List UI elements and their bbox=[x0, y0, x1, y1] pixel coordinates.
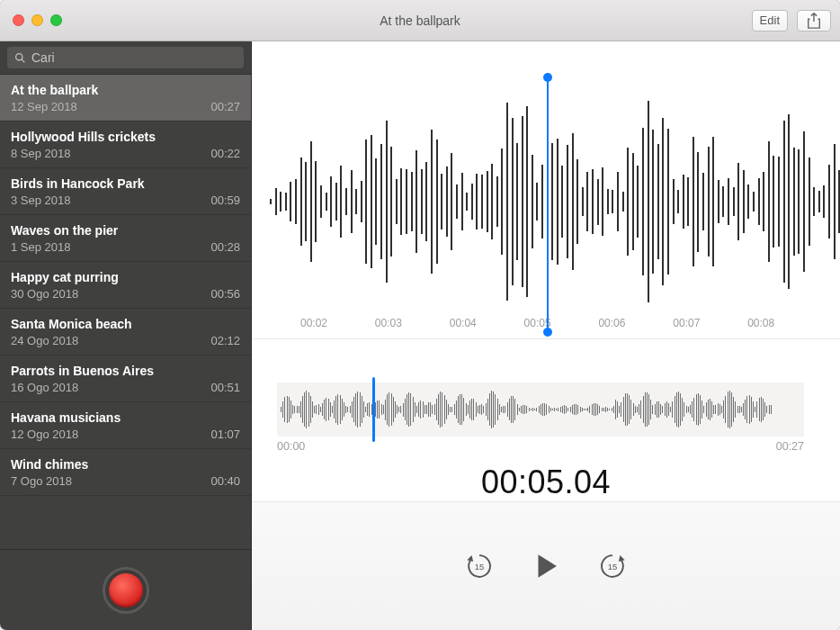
recording-title: Havana musicians bbox=[11, 410, 240, 425]
skip-forward-icon: 15 bbox=[597, 551, 628, 581]
minimize-window-button[interactable] bbox=[31, 14, 43, 26]
recording-date: 7 Ogo 2018 bbox=[11, 474, 72, 488]
ruler-tick: 00:08 bbox=[747, 317, 822, 329]
recording-date: 30 Ogo 2018 bbox=[11, 287, 78, 301]
recording-title: Birds in Hancock Park bbox=[11, 176, 240, 191]
list-item[interactable]: Parrots in Buenos Aires16 Ogo 201800:51 bbox=[0, 356, 251, 402]
playback-controls: 15 15 bbox=[252, 501, 840, 630]
window-title: At the ballpark bbox=[0, 14, 840, 28]
current-time-display: 00:05.04 bbox=[252, 447, 840, 501]
svg-text:15: 15 bbox=[608, 562, 617, 572]
recording-date: 16 Ogo 2018 bbox=[11, 381, 78, 394]
ruler-tick: 00:02 bbox=[300, 317, 375, 329]
recording-title: Santa Monica beach bbox=[11, 317, 240, 331]
recording-title: At the ballpark bbox=[11, 83, 240, 97]
editor-panel: 00:0200:0300:0400:0500:0600:0700:08 00:0… bbox=[252, 41, 840, 630]
recording-date: 12 Ogo 2018 bbox=[11, 428, 78, 441]
share-button[interactable] bbox=[797, 10, 831, 32]
recording-duration: 00:27 bbox=[210, 100, 240, 113]
recording-date: 12 Sep 2018 bbox=[11, 100, 77, 113]
share-icon bbox=[807, 13, 821, 29]
recording-title: Happy cat purring bbox=[11, 270, 240, 284]
recording-duration: 00:22 bbox=[210, 147, 240, 160]
recording-duration: 00:40 bbox=[210, 474, 240, 488]
playhead[interactable] bbox=[547, 77, 549, 332]
recording-title: Waves on the pier bbox=[11, 223, 240, 238]
recording-title: Wind chimes bbox=[11, 457, 240, 472]
waveform-overview-section: 00:00 00:27 bbox=[252, 339, 840, 447]
app-window: At the ballpark Edit Cari bbox=[0, 0, 840, 630]
search-placeholder: Cari bbox=[31, 50, 55, 65]
record-button[interactable] bbox=[103, 567, 149, 614]
play-icon bbox=[531, 551, 561, 581]
search-container: Cari bbox=[0, 41, 251, 75]
svg-text:15: 15 bbox=[475, 562, 484, 572]
recording-date: 3 Sep 2018 bbox=[11, 194, 71, 207]
record-icon bbox=[109, 573, 143, 608]
sidebar: Cari At the ballpark12 Sep 201800:27Holl… bbox=[0, 41, 252, 630]
recording-duration: 01:07 bbox=[210, 428, 240, 441]
close-window-button[interactable] bbox=[13, 14, 24, 26]
overview-playhead[interactable] bbox=[372, 377, 375, 442]
recording-duration: 00:59 bbox=[210, 194, 240, 207]
recording-title: Parrots in Buenos Aires bbox=[11, 364, 240, 378]
recording-list[interactable]: At the ballpark12 Sep 201800:27Hollywood… bbox=[0, 75, 251, 549]
skip-back-icon: 15 bbox=[464, 551, 495, 581]
ruler-tick: 00:04 bbox=[450, 317, 524, 329]
list-item[interactable]: Hollywood Hills crickets8 Sep 201800:22 bbox=[0, 122, 251, 168]
recording-date: 8 Sep 2018 bbox=[11, 147, 71, 160]
recording-title: Hollywood Hills crickets bbox=[11, 130, 240, 144]
recording-duration: 02:12 bbox=[210, 334, 240, 347]
list-item[interactable]: Santa Monica beach24 Ogo 201802:12 bbox=[0, 309, 251, 356]
waveform-overview[interactable] bbox=[277, 382, 804, 436]
recording-date: 24 Ogo 2018 bbox=[11, 334, 78, 347]
zoom-window-button[interactable] bbox=[50, 14, 62, 26]
list-item[interactable]: Havana musicians12 Ogo 201801:07 bbox=[0, 402, 251, 449]
recording-duration: 00:28 bbox=[210, 240, 240, 254]
list-item[interactable]: Birds in Hancock Park3 Sep 201800:59 bbox=[0, 168, 251, 215]
search-icon bbox=[14, 52, 26, 64]
svg-point-0 bbox=[16, 53, 22, 59]
list-item[interactable]: Wind chimes7 Ogo 201800:40 bbox=[0, 449, 251, 496]
recording-duration: 00:56 bbox=[210, 287, 240, 301]
window-controls bbox=[13, 14, 62, 26]
ruler-tick: 00:06 bbox=[598, 317, 673, 329]
list-item[interactable]: At the ballpark12 Sep 201800:27 bbox=[0, 75, 251, 122]
skip-back-15-button[interactable]: 15 bbox=[464, 551, 495, 581]
play-button[interactable] bbox=[531, 551, 561, 581]
ruler-tick: 00:03 bbox=[375, 317, 450, 329]
edit-button[interactable]: Edit bbox=[752, 10, 788, 32]
ruler-tick: 00:07 bbox=[673, 317, 747, 329]
waveform-detail[interactable] bbox=[252, 41, 840, 307]
ruler-tick: 00:05 bbox=[524, 317, 599, 329]
recording-date: 1 Sep 2018 bbox=[11, 240, 71, 254]
skip-forward-15-button[interactable]: 15 bbox=[597, 551, 628, 581]
svg-line-1 bbox=[22, 59, 24, 62]
list-item[interactable]: Happy cat purring30 Ogo 201800:56 bbox=[0, 262, 251, 309]
sidebar-footer bbox=[0, 549, 251, 630]
titlebar: At the ballpark Edit bbox=[0, 0, 840, 41]
recording-duration: 00:51 bbox=[210, 381, 240, 394]
search-input[interactable]: Cari bbox=[7, 47, 244, 68]
edit-button-label: Edit bbox=[760, 14, 780, 27]
list-item[interactable]: Waves on the pier1 Sep 201800:28 bbox=[0, 215, 251, 262]
